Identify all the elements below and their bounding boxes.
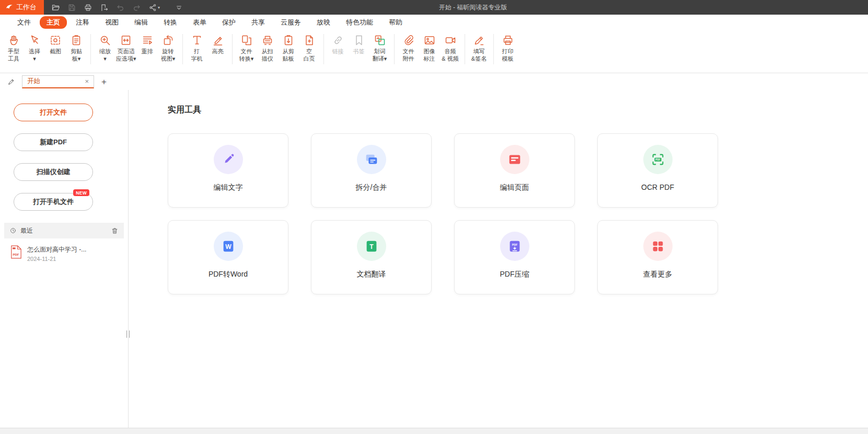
menu-item-2-active[interactable]: 主页 [40, 16, 67, 29]
card-label: 编辑文字 [214, 183, 243, 192]
card-pdf-to-word[interactable]: WPDF转Word [168, 220, 288, 294]
recent-file-date: 2024-11-21 [27, 256, 86, 262]
menu-item-8[interactable]: 保护 [215, 16, 242, 29]
ribbon-audio-video[interactable]: 音频& 视频 [440, 30, 461, 62]
sidebar-button-open-file[interactable]: 打开文件 [14, 104, 93, 121]
menu-item-3[interactable]: 注释 [69, 16, 96, 29]
ribbon-fill-sign[interactable]: 填写&签名 [469, 30, 490, 62]
open-folder-icon[interactable] [51, 3, 60, 12]
ribbon-rotate[interactable]: 旋转视图▾ [158, 30, 179, 62]
recent-file-item[interactable]: PDF 怎么面对高中学习 -... 2024-11-21 [0, 238, 128, 262]
edit-pages-icon [500, 145, 529, 174]
ribbon-select[interactable]: 选择▾ [24, 30, 45, 62]
new-tab-button[interactable]: + [101, 77, 107, 86]
card-ocr-pdf[interactable]: PDFOCR PDF [597, 133, 718, 208]
ribbon-reflow[interactable]: 重排 [137, 30, 158, 55]
customize-toolbar-icon[interactable] [175, 3, 183, 12]
ribbon-snapshot[interactable]: 截图 [45, 30, 66, 55]
ribbon-tool-label: 从剪贴板 [283, 48, 294, 62]
ribbon-tool-label: 书签 [353, 48, 365, 55]
ribbon-image-annot[interactable]: 图像标注 [419, 30, 440, 62]
tab-start[interactable]: 开始 × [22, 75, 94, 88]
ribbon-convert[interactable]: 文件转换▾ [236, 30, 257, 62]
menu-item-9[interactable]: 共享 [245, 16, 272, 29]
ribbon-print-template[interactable]: 打印模板 [497, 30, 518, 62]
share-icon[interactable]: ▾ [148, 3, 160, 12]
menu-item-12[interactable]: 特色功能 [339, 16, 380, 29]
card-edit-pages[interactable]: 编辑页面 [454, 133, 575, 208]
ribbon-tool-label: 页面适应选项▾ [116, 48, 136, 62]
bottom-scrollbar[interactable] [0, 428, 868, 434]
audio-video-icon [444, 34, 457, 47]
folder-icon [51, 3, 60, 12]
ocr-pdf-icon: PDF [643, 145, 673, 174]
menu-item-1[interactable]: 文件 [10, 16, 38, 29]
workspace-button[interactable]: 工作台 [0, 0, 44, 15]
ribbon-zoom[interactable]: 缩放▾ [95, 30, 115, 62]
ribbon-separator [323, 34, 324, 64]
clipboard-icon [70, 34, 83, 47]
ribbon-tool-label: 选择▾ [29, 48, 40, 62]
share-icon [148, 3, 157, 12]
ribbon-tool-label: 缩放▾ [99, 48, 111, 62]
card-doc-translate[interactable]: T文档翻译 [311, 220, 432, 294]
dropdown-caret-icon: ▾ [158, 5, 160, 10]
highlight-icon [212, 34, 224, 47]
card-view-more[interactable]: 查看更多 [597, 220, 718, 294]
sidebar-divider [128, 90, 129, 428]
sidebar-button-open-phone-file[interactable]: 打开手机文件NEW [14, 193, 93, 211]
ribbon-from-clipboard[interactable]: 从剪贴板 [278, 30, 299, 62]
card-edit-text[interactable]: 编辑文字 [168, 133, 288, 208]
ribbon-hand[interactable]: 手型工具 [3, 30, 24, 62]
tab-close-icon[interactable]: × [85, 78, 89, 85]
undo-icon [116, 3, 125, 12]
menu-item-7[interactable]: 表单 [186, 16, 213, 29]
clock-icon [9, 227, 17, 234]
menu-item-11[interactable]: 放映 [310, 16, 337, 29]
select-icon [28, 34, 41, 47]
menu-item-4[interactable]: 视图 [98, 16, 125, 29]
menu-item-6[interactable]: 转换 [157, 16, 184, 29]
workspace-label: 工作台 [16, 3, 37, 12]
ribbon-tool-label: 文件转换▾ [239, 48, 254, 62]
card-label: 文档翻译 [357, 270, 386, 279]
ribbon-clipboard[interactable]: 剪贴板▾ [66, 30, 87, 62]
foxit-logo-icon [5, 4, 13, 12]
trash-icon[interactable] [111, 227, 119, 235]
doc-translate-icon: T [357, 232, 386, 261]
ribbon-highlight[interactable]: 高亮 [207, 30, 228, 55]
ribbon-page-fit[interactable]: 页面适应选项▾ [115, 30, 137, 62]
print-icon[interactable] [84, 3, 92, 12]
pdf-to-word-icon: W [214, 232, 243, 261]
card-split-merge[interactable]: 拆分/合并 [311, 133, 432, 208]
ribbon-separator [394, 34, 395, 64]
ribbon-attachment[interactable]: 文件附件 [398, 30, 419, 62]
card-label: PDF压缩 [500, 270, 529, 279]
pencil-icon[interactable] [7, 77, 16, 86]
recent-header: 最近 [4, 223, 124, 238]
print-icon [84, 3, 92, 12]
sidebar-button-scanner-create[interactable]: 扫描仪创建 [14, 163, 93, 181]
menubar: 文件主页注释视图编辑转换表单保护共享云服务放映特色功能帮助 [0, 15, 868, 30]
ribbon-tool-label: 截图 [50, 48, 61, 55]
ribbon-tool-label: 划词翻译▾ [373, 48, 387, 62]
ribbon-blank-page[interactable]: 空白页 [299, 30, 320, 62]
menu-item-13[interactable]: 帮助 [382, 16, 409, 29]
translate-icon [374, 34, 386, 47]
ribbon-translate[interactable]: 划词翻译▾ [369, 30, 390, 62]
typewriter-icon [191, 34, 203, 47]
ribbon-link: 链接 [328, 30, 349, 55]
image-annot-icon [423, 34, 436, 47]
ribbon-tool-label: 空白页 [304, 48, 315, 62]
card-pdf-compress[interactable]: PDFPDF压缩 [454, 220, 575, 294]
menu-item-10[interactable]: 云服务 [274, 16, 308, 29]
ribbon-tool-label: 剪贴板▾ [71, 48, 82, 62]
ribbon-typewriter[interactable]: 打字机 [187, 30, 207, 62]
link-icon [332, 34, 344, 47]
divider-drag-handle[interactable] [126, 330, 130, 338]
customize-icon [175, 3, 183, 12]
ribbon-scanner[interactable]: 从扫描仪 [257, 30, 278, 62]
sidebar-button-new-pdf[interactable]: 新建PDF [14, 133, 93, 151]
menu-item-5[interactable]: 编辑 [128, 16, 155, 29]
export-page-icon[interactable] [100, 3, 109, 12]
